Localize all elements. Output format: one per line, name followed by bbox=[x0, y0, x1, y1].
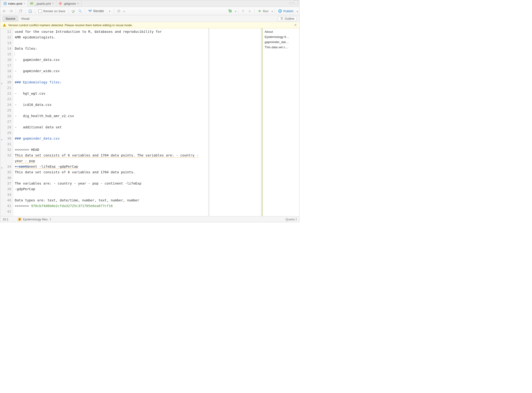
code-line[interactable]: - dig_health_hub_amr_v2.csv bbox=[15, 113, 208, 119]
render-menu-chevron[interactable] bbox=[106, 8, 112, 14]
line-number[interactable]: 27 bbox=[0, 119, 13, 124]
code-line[interactable] bbox=[15, 63, 208, 68]
outline-toggle-button[interactable]: Outline bbox=[278, 16, 297, 21]
render-on-save-toggle[interactable]: Render on Save bbox=[37, 8, 67, 14]
code-line[interactable]: Data files: bbox=[15, 46, 208, 51]
file-tab[interactable]: .gitignore× bbox=[56, 0, 82, 7]
line-number[interactable]: 34▼ bbox=[0, 164, 13, 169]
visual-view-button[interactable]: Visual bbox=[18, 16, 32, 21]
line-number[interactable]: 25 bbox=[0, 108, 13, 113]
code-line[interactable] bbox=[15, 209, 208, 214]
code-line[interactable]: AMR epidemiologists. bbox=[15, 34, 208, 40]
run-button[interactable]: Run bbox=[256, 8, 270, 14]
code-line[interactable] bbox=[15, 175, 208, 181]
line-number[interactable]: 24 bbox=[0, 102, 13, 108]
minimize-pane-icon[interactable] bbox=[289, 2, 293, 4]
line-number[interactable]: 30▼ bbox=[0, 136, 13, 141]
source-view-button[interactable]: Source bbox=[3, 16, 18, 21]
line-number[interactable]: 21 bbox=[0, 85, 13, 91]
code-line[interactable]: The variables are: - country - year - po… bbox=[15, 181, 208, 186]
find-icon[interactable] bbox=[77, 8, 83, 14]
insert-chunk-chevron[interactable] bbox=[234, 9, 236, 13]
code-line[interactable]: - gapminder_wide.csv bbox=[15, 68, 208, 74]
code-line[interactable]: -gdpPerCap bbox=[15, 186, 208, 192]
line-number[interactable]: 29 bbox=[0, 130, 13, 136]
render-button[interactable]: Render bbox=[87, 8, 105, 14]
render-on-save-checkbox[interactable] bbox=[38, 9, 42, 13]
outline-item[interactable]: gapminder_dat… bbox=[265, 39, 297, 45]
breadcrumb-stepper[interactable]: ▴▾ bbox=[50, 218, 51, 221]
outline-item[interactable]: This data set c… bbox=[265, 45, 297, 50]
close-tab-icon[interactable]: × bbox=[24, 2, 25, 5]
file-tab[interactable]: index.qmd× bbox=[1, 0, 28, 7]
code-line[interactable]: - gapminder_data.csv bbox=[15, 57, 208, 63]
code-line[interactable]: ### Epidemiology files: bbox=[15, 79, 208, 85]
go-next-icon[interactable] bbox=[247, 8, 252, 14]
close-tab-icon[interactable]: × bbox=[77, 2, 79, 5]
cursor-position[interactable]: 15:1 bbox=[3, 218, 8, 221]
line-number[interactable]: 40 bbox=[0, 197, 13, 203]
line-number[interactable]: 42 bbox=[0, 209, 13, 214]
warning-close-icon[interactable]: ✕ bbox=[294, 23, 297, 27]
code-line[interactable]: ======= bbox=[15, 164, 208, 169]
code-line[interactable] bbox=[15, 96, 208, 102]
line-number[interactable]: 35 bbox=[0, 169, 13, 175]
line-number[interactable]: 36 bbox=[0, 175, 13, 181]
back-icon[interactable] bbox=[2, 8, 7, 14]
line-number[interactable]: 23 bbox=[0, 96, 13, 102]
code-line[interactable] bbox=[15, 141, 208, 147]
code-line[interactable] bbox=[15, 119, 208, 124]
code-line[interactable]: This data set consists of 6 variables an… bbox=[15, 169, 208, 175]
line-number[interactable]: 12 bbox=[0, 34, 13, 40]
line-number[interactable]: 18 bbox=[0, 68, 13, 74]
close-tab-icon[interactable]: × bbox=[52, 2, 54, 5]
publish-chevron[interactable] bbox=[296, 9, 298, 13]
code-line[interactable] bbox=[15, 40, 208, 46]
breadcrumb-text[interactable]: Epidemiology files: bbox=[23, 218, 48, 221]
code-line[interactable] bbox=[15, 192, 208, 197]
outline-item[interactable]: About bbox=[265, 29, 297, 34]
code-line[interactable]: - icd10_data.csv bbox=[15, 102, 208, 108]
line-number[interactable]: 32 bbox=[0, 147, 13, 152]
line-number[interactable]: 11 bbox=[0, 29, 13, 34]
line-number[interactable]: 31 bbox=[0, 141, 13, 147]
code-line[interactable] bbox=[15, 85, 208, 91]
line-number[interactable]: 28 bbox=[0, 124, 13, 130]
outline-item[interactable]: Epidemiology fi… bbox=[265, 34, 297, 39]
show-in-new-window-icon[interactable] bbox=[18, 8, 23, 14]
save-icon[interactable] bbox=[27, 8, 33, 14]
code-line[interactable]: - hgt_wgt.csv bbox=[15, 91, 208, 96]
line-number[interactable]: 38 bbox=[0, 186, 13, 192]
code-line[interactable] bbox=[15, 108, 208, 113]
settings-chevron[interactable] bbox=[123, 9, 125, 13]
insert-chunk-icon[interactable]: C+ bbox=[228, 8, 233, 14]
language-label[interactable]: Quarto bbox=[285, 218, 295, 221]
line-number[interactable]: 41 bbox=[0, 203, 13, 209]
code-line[interactable]: <<<<<<< HEAD bbox=[15, 147, 208, 152]
line-number[interactable]: 37 bbox=[0, 181, 13, 186]
line-number[interactable]: 33 bbox=[0, 152, 13, 164]
code-line[interactable] bbox=[15, 74, 208, 79]
language-stepper[interactable]: ▴▾ bbox=[296, 218, 297, 221]
code-editor[interactable]: 11121314151617181920▼2122232425262728293… bbox=[0, 28, 208, 216]
go-prev-icon[interactable] bbox=[240, 8, 246, 14]
file-tab[interactable]: YML_quarto.yml× bbox=[28, 0, 56, 7]
line-number[interactable]: 20▼ bbox=[0, 79, 13, 85]
line-number[interactable]: 14 bbox=[0, 46, 13, 51]
line-number[interactable]: 19 bbox=[0, 74, 13, 79]
publish-button[interactable]: Publish bbox=[277, 8, 295, 14]
line-number[interactable]: 17 bbox=[0, 63, 13, 68]
code-line[interactable]: This data set consists of 6 variables an… bbox=[15, 152, 208, 164]
code-content[interactable]: used for the course Introduction to R, d… bbox=[13, 28, 208, 216]
line-number[interactable]: 26 bbox=[0, 113, 13, 119]
code-line[interactable]: - additional data set bbox=[15, 124, 208, 130]
forward-icon[interactable] bbox=[8, 8, 14, 14]
line-number[interactable]: 13 bbox=[0, 40, 13, 46]
code-line[interactable]: ### gapminder_data.csv bbox=[15, 136, 208, 141]
code-line[interactable] bbox=[15, 130, 208, 136]
line-number[interactable]: 22 bbox=[0, 91, 13, 96]
settings-icon[interactable] bbox=[116, 8, 122, 14]
run-chevron[interactable] bbox=[271, 9, 273, 13]
code-line[interactable]: Data types are: text, date/time, number,… bbox=[15, 197, 208, 203]
line-number[interactable]: 16 bbox=[0, 57, 13, 63]
